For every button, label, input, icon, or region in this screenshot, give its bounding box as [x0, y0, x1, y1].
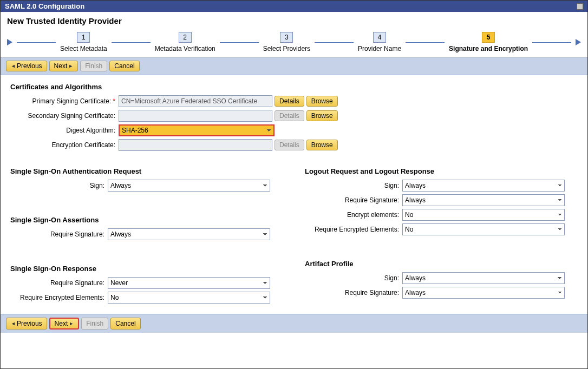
- encrypt-cert-label: Encryption Certificate:: [10, 141, 119, 149]
- sso-assert-title: Single Sign-On Assertions: [10, 216, 283, 224]
- toolbar-bottom: Previous Next Finish Cancel: [1, 314, 587, 333]
- artifact-sign-row: Sign: Always: [305, 272, 578, 284]
- sso-auth-sign-label: Sign:: [10, 182, 108, 189]
- cancel-button[interactable]: Cancel: [109, 61, 139, 71]
- sso-assert-reqsig-row: Require Signature: Always: [10, 228, 283, 240]
- secondary-cert-row: Secondary Signing Certificate: Details B…: [10, 110, 578, 122]
- finish-button: Finish: [81, 318, 108, 330]
- logout-sign-row: Sign: Always: [305, 180, 578, 192]
- toolbar-top: Previous Next Finish Cancel: [1, 57, 587, 75]
- window: SAML 2.0 Configuration New Trusted Ident…: [0, 0, 588, 369]
- logout-encel-row: Encrypt elements: No: [305, 209, 578, 221]
- sso-resp-title: Single Sign-On Response: [10, 265, 283, 273]
- step-label: Provider Name: [358, 45, 401, 52]
- details-button-disabled: Details: [275, 140, 304, 150]
- sso-resp-reqsig-label: Require Signature:: [10, 279, 108, 287]
- sso-assert-reqsig-label: Require Signature:: [10, 230, 108, 238]
- logout-reqenc-row: Require Encrypted Elements: No: [305, 223, 578, 235]
- artifact-title: Artifact Profile: [305, 260, 578, 268]
- sso-resp-reqenc-select[interactable]: No: [108, 292, 270, 304]
- sso-resp-reqenc-label: Require Encrypted Elements:: [10, 294, 108, 301]
- primary-cert-field[interactable]: [119, 95, 272, 107]
- content-area: Certificates and Algorithms Primary Sign…: [1, 75, 587, 314]
- wizard-line: [220, 42, 259, 43]
- sso-auth-title: Single Sign-On Authentication Request: [10, 167, 283, 175]
- logout-encel-select[interactable]: No: [402, 209, 565, 221]
- logout-title: Logout Request and Logout Response: [305, 167, 578, 175]
- logout-reqsig-label: Require Signature:: [305, 196, 402, 204]
- step-number: 3: [280, 32, 293, 43]
- logout-reqsig-select[interactable]: Always: [402, 194, 565, 206]
- sso-assert-reqsig-select[interactable]: Always: [108, 228, 270, 240]
- step-label-active: Signature and Encryption: [449, 45, 528, 52]
- wizard-line: [17, 42, 56, 43]
- step-label: Select Providers: [263, 45, 310, 52]
- browse-button[interactable]: Browse: [306, 96, 338, 107]
- step-label: Select Metadata: [60, 45, 107, 52]
- encrypt-cert-row: Encryption Certificate: Details Browse: [10, 139, 578, 151]
- secondary-cert-label: Secondary Signing Certificate:: [10, 112, 119, 120]
- primary-cert-label: Primary Signing Certificate: *: [10, 97, 119, 105]
- logout-encel-label: Encrypt elements:: [305, 211, 402, 219]
- left-column: Single Sign-On Authentication Request Si…: [10, 167, 283, 306]
- previous-button[interactable]: Previous: [6, 61, 47, 71]
- wizard-step-3[interactable]: 3 Select Providers: [259, 32, 315, 52]
- artifact-reqsig-select[interactable]: Always: [402, 287, 565, 299]
- right-column: Logout Request and Logout Response Sign:…: [305, 167, 578, 306]
- cert-section-title: Certificates and Algorithms: [10, 83, 578, 91]
- step-number: 2: [179, 32, 192, 43]
- wizard-line: [406, 42, 445, 43]
- primary-cert-row: Primary Signing Certificate: * Details B…: [10, 95, 578, 107]
- wizard: 1 Select Metadata 2 Metadata Verificatio…: [1, 30, 587, 57]
- sso-resp-reqsig-select[interactable]: Never: [108, 277, 270, 289]
- wizard-step-4[interactable]: 4 Provider Name: [354, 32, 406, 52]
- sso-auth-sign-select[interactable]: Always: [108, 180, 270, 192]
- digest-row: Digest Algorithm: SHA-256: [10, 124, 578, 136]
- next-button-highlighted[interactable]: Next: [49, 318, 80, 330]
- wizard-step-2[interactable]: 2 Metadata Verification: [151, 32, 220, 52]
- artifact-sign-select[interactable]: Always: [402, 272, 565, 284]
- sso-auth-sign-row: Sign: Always: [10, 180, 283, 192]
- logout-reqenc-select[interactable]: No: [402, 223, 565, 235]
- previous-button[interactable]: Previous: [6, 318, 47, 330]
- arrow-start-icon: [7, 39, 12, 45]
- wizard-line: [112, 42, 151, 43]
- browse-button[interactable]: Browse: [306, 140, 338, 150]
- logout-reqenc-label: Require Encrypted Elements:: [305, 226, 402, 233]
- logout-reqsig-row: Require Signature: Always: [305, 194, 578, 206]
- logout-sign-label: Sign:: [305, 182, 402, 189]
- wizard-step-5[interactable]: 5 Signature and Encryption: [445, 32, 532, 52]
- finish-button: Finish: [80, 61, 107, 71]
- digest-algorithm-select[interactable]: SHA-256: [119, 124, 275, 136]
- page-title: New Trusted Identity Provider: [1, 12, 587, 30]
- cancel-button[interactable]: Cancel: [110, 318, 140, 330]
- details-button-disabled: Details: [275, 110, 304, 121]
- browse-button[interactable]: Browse: [306, 110, 338, 121]
- wizard-step-1[interactable]: 1 Select Metadata: [56, 32, 112, 52]
- logout-sign-select[interactable]: Always: [402, 180, 565, 192]
- artifact-reqsig-row: Require Signature: Always: [305, 287, 578, 299]
- wizard-line: [532, 42, 571, 43]
- header-section: New Trusted Identity Provider 1 Select M…: [1, 12, 587, 57]
- step-label: Metadata Verification: [155, 45, 215, 52]
- window-title: SAML 2.0 Configuration: [5, 2, 84, 10]
- sso-resp-reqsig-row: Require Signature: Never: [10, 277, 283, 289]
- arrow-end-icon: [576, 39, 581, 45]
- wizard-line: [315, 42, 354, 43]
- two-column-layout: Single Sign-On Authentication Request Si…: [10, 167, 578, 306]
- window-control-icon[interactable]: [577, 3, 583, 10]
- step-number-active: 5: [482, 32, 495, 43]
- sso-resp-reqenc-row: Require Encrypted Elements: No: [10, 292, 283, 304]
- required-asterisk: *: [113, 97, 115, 105]
- artifact-sign-label: Sign:: [305, 274, 402, 282]
- secondary-cert-field[interactable]: [119, 110, 272, 122]
- next-button[interactable]: Next: [49, 61, 79, 71]
- details-button[interactable]: Details: [275, 96, 304, 107]
- title-bar: SAML 2.0 Configuration: [1, 1, 587, 12]
- step-number: 1: [77, 32, 90, 43]
- artifact-reqsig-label: Require Signature:: [305, 289, 402, 296]
- encrypt-cert-field[interactable]: [119, 139, 272, 151]
- digest-label: Digest Algorithm:: [10, 127, 119, 134]
- step-number: 4: [373, 32, 386, 43]
